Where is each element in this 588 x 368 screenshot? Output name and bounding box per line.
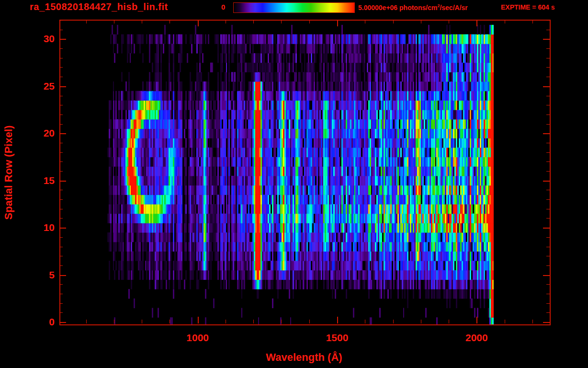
axis-tick xyxy=(59,77,63,77)
axis-tick xyxy=(337,317,338,323)
axis-tick xyxy=(59,96,63,96)
axis-tick xyxy=(59,190,63,190)
axis-tick xyxy=(546,20,550,21)
axis-tick xyxy=(198,20,199,26)
axis-tick xyxy=(546,143,550,143)
axis-tick xyxy=(546,190,550,190)
axis-tick xyxy=(59,20,63,21)
axis-tick xyxy=(532,320,533,323)
axis-tick xyxy=(59,67,63,68)
axis-tick xyxy=(546,77,550,77)
axis-tick xyxy=(543,322,550,323)
axis-tick xyxy=(546,115,550,115)
axis-tick xyxy=(546,161,550,162)
axis-tick xyxy=(59,143,63,143)
plot-frame xyxy=(59,20,551,325)
axis-tick xyxy=(546,105,550,105)
colorbar-max-label: 5.00000e+06 photons/cm2/sec/A/sr xyxy=(358,3,468,12)
axis-tick xyxy=(546,303,550,304)
axis-tick xyxy=(253,320,254,323)
axis-tick xyxy=(170,320,170,323)
axis-tick xyxy=(59,228,66,229)
axis-tick xyxy=(505,320,505,323)
axis-tick xyxy=(543,39,550,40)
y-tick-label: 5 xyxy=(25,270,55,280)
axis-tick xyxy=(543,86,550,87)
axis-tick xyxy=(309,20,310,23)
axis-tick xyxy=(546,67,550,68)
axis-tick xyxy=(253,20,254,23)
axis-tick xyxy=(449,20,449,23)
axis-tick xyxy=(59,133,66,134)
axis-tick xyxy=(546,265,550,266)
colorbar xyxy=(233,2,355,13)
axis-tick xyxy=(226,320,226,323)
axis-tick xyxy=(59,181,66,182)
exptime-label: EXPTIME = 604 s xyxy=(501,3,554,11)
axis-tick xyxy=(476,317,477,323)
axis-tick xyxy=(546,237,550,238)
y-tick-label: 10 xyxy=(25,222,55,233)
axis-tick xyxy=(421,320,421,323)
axis-tick xyxy=(546,152,550,153)
axis-tick xyxy=(86,320,87,323)
axis-tick xyxy=(543,275,550,276)
colorbar-max-label-prefix: 5.00000e+06 photons/cm xyxy=(358,4,437,12)
axis-tick xyxy=(393,320,394,323)
axis-tick xyxy=(281,20,282,23)
axis-tick xyxy=(59,199,63,200)
axis-tick xyxy=(543,181,550,182)
axis-tick xyxy=(59,256,63,256)
y-tick-label: 20 xyxy=(25,128,55,138)
axis-tick xyxy=(114,320,114,323)
y-tick-label: 0 xyxy=(25,317,55,327)
axis-tick xyxy=(546,247,550,247)
axis-tick xyxy=(170,20,170,23)
axis-tick xyxy=(59,209,63,209)
axis-tick xyxy=(59,171,63,172)
axis-tick xyxy=(421,20,421,23)
axis-tick xyxy=(59,237,63,238)
axis-tick xyxy=(337,20,338,26)
y-tick-label: 25 xyxy=(25,81,55,92)
axis-tick xyxy=(546,218,550,218)
axis-tick xyxy=(546,96,550,96)
axis-tick xyxy=(59,48,63,49)
axis-tick xyxy=(59,115,63,115)
axis-tick xyxy=(546,199,550,200)
axis-tick xyxy=(59,58,63,58)
axis-tick xyxy=(281,320,282,323)
axis-tick xyxy=(543,228,550,229)
axis-tick xyxy=(59,86,66,87)
axis-tick xyxy=(449,320,449,323)
x-tick-label: 2000 xyxy=(455,332,498,344)
axis-tick xyxy=(59,161,63,162)
axis-tick xyxy=(476,20,477,26)
axis-tick xyxy=(59,152,63,153)
x-tick-label: 1500 xyxy=(316,332,359,344)
axis-tick xyxy=(59,124,63,125)
axis-tick xyxy=(59,294,63,294)
axis-tick xyxy=(59,105,63,105)
axis-tick xyxy=(546,124,550,125)
axis-tick xyxy=(365,20,365,23)
axis-tick xyxy=(86,20,87,23)
axis-tick xyxy=(59,247,63,247)
axis-tick xyxy=(546,171,550,172)
y-tick-label: 15 xyxy=(25,175,55,186)
axis-tick xyxy=(546,30,550,30)
axis-tick xyxy=(546,48,550,49)
axis-tick xyxy=(546,284,550,285)
axis-tick xyxy=(505,20,505,23)
axis-tick xyxy=(142,20,142,23)
spectrogram-canvas xyxy=(60,21,550,324)
x-axis-title: Wavelength (Å) xyxy=(232,351,376,364)
colorbar-max-label-suffix: /sec/A/sr xyxy=(440,4,467,12)
axis-tick xyxy=(546,294,550,294)
axis-tick xyxy=(114,20,114,23)
axis-tick xyxy=(393,20,394,23)
colorbar-min-label: 0 xyxy=(221,3,225,11)
x-tick-label: 1000 xyxy=(176,332,219,344)
axis-tick xyxy=(546,312,550,313)
axis-tick xyxy=(142,320,142,323)
